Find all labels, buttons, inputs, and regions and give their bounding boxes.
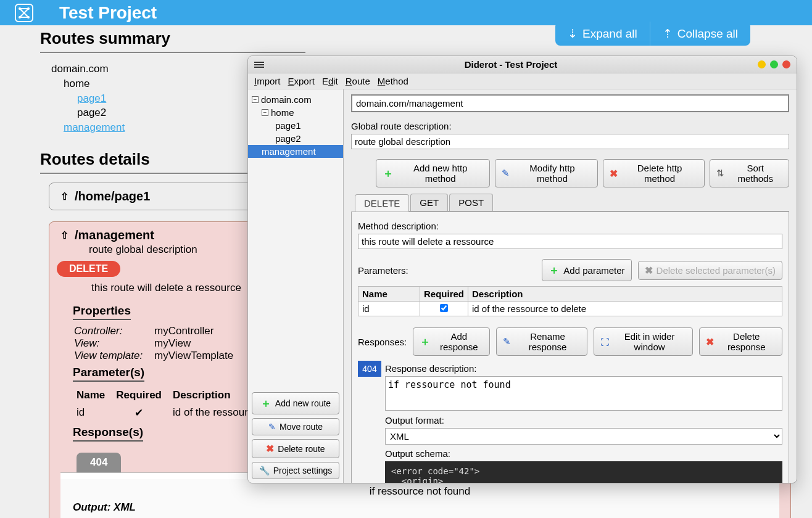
btn-label: Add response (434, 331, 483, 352)
move-route-button[interactable]: ✎Move route (252, 418, 339, 435)
delete-response-button[interactable]: ✖Delete response (699, 327, 782, 356)
plus-icon: ＋ (260, 396, 271, 411)
collapse-arrow-icon[interactable]: ⇧ (60, 229, 68, 241)
output-schema-code[interactable]: <error code="42"> <origin> some componen… (385, 461, 782, 483)
delete-parameter-button[interactable]: ✖Delete selected parameter(s) (638, 261, 782, 280)
tree-label: page1 (275, 120, 301, 131)
collapse-arrow-icon[interactable]: ⇧ (60, 191, 68, 202)
parameters-heading: Parameter(s) (73, 366, 144, 382)
output-format-label: Output format: (385, 415, 782, 426)
menu-edit[interactable]: Edit (322, 76, 338, 86)
response-code-tab[interactable]: 404 (77, 453, 121, 472)
tree-toggle-icon[interactable]: − (252, 96, 259, 103)
sort-methods-button[interactable]: ⇅Sort methods (710, 159, 789, 187)
tree-node-domain[interactable]: −domain.com (248, 93, 343, 106)
x-icon: ✖ (645, 265, 653, 276)
expand-icon: ⇣ (568, 27, 578, 41)
menu-route[interactable]: Route (346, 76, 370, 86)
btn-label: Rename response (515, 331, 580, 352)
tab-post[interactable]: POST (449, 194, 493, 211)
sort-icon: ⇅ (716, 168, 724, 179)
prop-key: View: (74, 337, 154, 350)
move-icon: ✎ (268, 422, 276, 432)
collapse-icon: ⇡ (663, 27, 673, 41)
cell-required[interactable] (420, 302, 468, 316)
menu-method[interactable]: Method (378, 76, 408, 86)
close-icon[interactable] (782, 60, 790, 68)
edit-wider-button[interactable]: ⛶Edit in wider window (594, 327, 693, 356)
response-desc-input[interactable] (385, 376, 782, 411)
global-desc-input[interactable] (351, 134, 789, 149)
app-logo-icon (15, 4, 33, 22)
cell-name[interactable]: id (358, 302, 420, 316)
method-panel: Method description: Parameters: ＋Add par… (351, 212, 789, 483)
add-route-button[interactable]: ＋Add new route (252, 392, 339, 414)
method-tabs: DELETE GET POST (355, 194, 789, 212)
tree-label: management (262, 146, 316, 157)
window-title: Diderot - Test Project (264, 59, 758, 70)
pencil-icon: ✎ (502, 168, 510, 179)
cell-desc[interactable]: id of the ressource to delete (468, 302, 782, 316)
responses-label: Responses: (358, 337, 407, 347)
required-checkbox[interactable] (440, 304, 448, 312)
param-name: id (74, 404, 114, 422)
properties-heading: Properties (73, 304, 131, 320)
project-settings-button[interactable]: 🔧Project settings (252, 462, 339, 479)
btn-label: Project settings (273, 466, 333, 475)
main-editor-pane: Global route description: ＋Add new http … (344, 89, 797, 483)
response-description: if ressource not found (73, 485, 767, 498)
window-titlebar[interactable]: Diderot - Test Project (248, 56, 797, 73)
tree-node-page1[interactable]: page1 (248, 119, 343, 132)
tree-node-home[interactable]: −home (248, 106, 343, 119)
response-code-tab[interactable]: 404 (358, 361, 381, 377)
routes-summary-title: Routes summary (40, 29, 305, 53)
collapse-label: Collapse all (677, 27, 738, 41)
responses-heading: Response(s) (73, 426, 143, 442)
summary-management-link[interactable]: management (64, 121, 125, 133)
tree-node-page2[interactable]: page2 (248, 132, 343, 145)
prop-value: myViewTemplate (154, 350, 233, 362)
table-row[interactable]: idid of the ressource to delete (358, 302, 782, 316)
svg-point-1 (27, 7, 30, 10)
plus-icon: ＋ (383, 166, 394, 181)
response-desc-label: Response description: (385, 363, 782, 374)
output-format-select[interactable]: XML (385, 428, 782, 445)
add-parameter-button[interactable]: ＋Add parameter (542, 259, 631, 281)
tab-get[interactable]: GET (410, 194, 448, 211)
rename-response-button[interactable]: ✎Rename response (496, 327, 587, 356)
summary-page1-link[interactable]: page1 (77, 92, 106, 104)
response-code-list: 404 (358, 361, 381, 483)
param-required: ✔ (114, 404, 170, 422)
tree-toggle-icon[interactable]: − (262, 109, 268, 116)
expand-all-button[interactable]: ⇣Expand all (555, 22, 650, 46)
editor-window: Diderot - Test Project Import Export Edi… (247, 56, 797, 483)
prop-key: View template: (74, 350, 154, 362)
wrench-icon: 🔧 (259, 466, 270, 475)
modify-method-button[interactable]: ✎Modify http method (495, 159, 597, 187)
tree-node-management[interactable]: management (248, 145, 343, 158)
menu-export[interactable]: Export (288, 76, 315, 86)
col-required: Required (114, 387, 170, 404)
minimize-icon[interactable] (758, 60, 766, 68)
collapse-all-button[interactable]: ⇡Collapse all (650, 22, 750, 46)
parameters-table[interactable]: NameRequiredDescription idid of the ress… (358, 286, 782, 316)
hamburger-icon[interactable] (254, 60, 264, 69)
add-method-button[interactable]: ＋Add new http method (376, 159, 490, 187)
col-required: Required (420, 287, 468, 302)
menu-import[interactable]: Import (254, 76, 281, 86)
col-name: Name (74, 387, 114, 404)
btn-label: Modify http method (513, 163, 590, 184)
route-url-input[interactable] (351, 94, 789, 112)
add-response-button[interactable]: ＋Add response (413, 327, 490, 356)
method-desc-input[interactable] (358, 234, 782, 249)
btn-label: Add new route (275, 398, 331, 408)
btn-label: Add parameter (563, 265, 624, 276)
delete-method-button[interactable]: ✖Delete http method (603, 159, 705, 187)
btn-label: Delete route (278, 444, 325, 454)
btn-label: Delete response (718, 331, 776, 352)
x-icon: ✖ (706, 336, 714, 348)
route-tree: −domain.com −home page1 page2 management (248, 89, 343, 388)
maximize-icon[interactable] (770, 60, 778, 68)
delete-route-button[interactable]: ✖Delete route (252, 439, 339, 458)
tab-delete[interactable]: DELETE (355, 194, 409, 212)
